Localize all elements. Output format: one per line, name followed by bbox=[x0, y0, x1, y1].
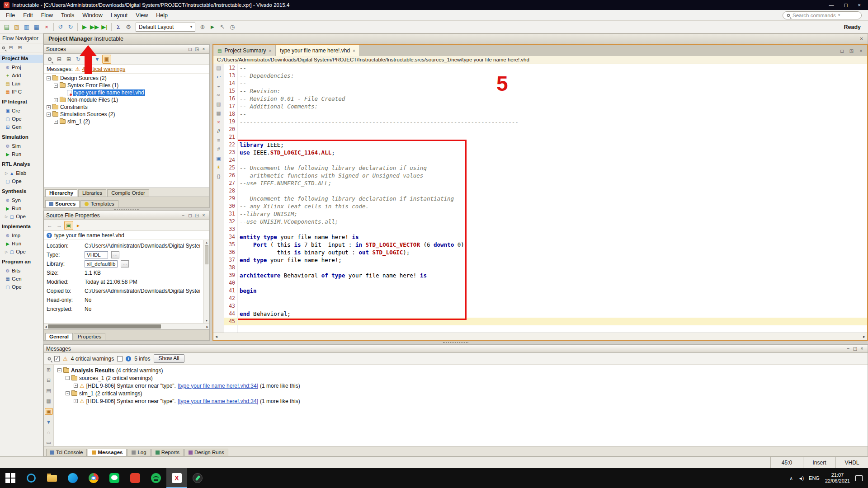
code-line[interactable]: architecture Behavioral of type your fil… bbox=[238, 272, 867, 279]
expander-icon[interactable]: + bbox=[54, 98, 58, 102]
save-icon[interactable]: ▦ bbox=[32, 22, 42, 32]
bulb-icon[interactable]: ☀ bbox=[217, 165, 221, 170]
scrollbar-thumb[interactable] bbox=[48, 324, 161, 328]
flownav-generate-bitstream[interactable]: ▦Gen bbox=[0, 275, 43, 283]
properties-view-icon[interactable]: ▣ bbox=[64, 221, 73, 230]
language-indicator[interactable]: ENG bbox=[809, 475, 820, 481]
notifications-icon[interactable] bbox=[855, 475, 863, 481]
redo-icon[interactable]: ↻ bbox=[66, 22, 75, 32]
expander-icon[interactable]: ▷ bbox=[5, 250, 8, 254]
braces-icon[interactable]: {} bbox=[217, 174, 220, 179]
tab-properties[interactable]: Properties bbox=[74, 333, 105, 340]
code-line[interactable]: ----------------------------------------… bbox=[238, 118, 867, 126]
clock-icon[interactable]: ◷ bbox=[227, 22, 237, 32]
flownav-create-block-design[interactable]: ▣Cre bbox=[0, 107, 43, 115]
chevron-up-icon[interactable]: ∧ bbox=[790, 476, 793, 481]
dart-icon[interactable]: ► bbox=[208, 22, 217, 32]
flownav-section-ip-integrat[interactable]: IP Integrat bbox=[0, 98, 43, 107]
code-line[interactable]: library IEEE; bbox=[238, 141, 867, 149]
flownav-generate-block-design[interactable]: ⊞Gen bbox=[0, 123, 43, 131]
close-icon[interactable]: × bbox=[858, 47, 864, 54]
expander-icon[interactable]: − bbox=[47, 113, 51, 117]
code-line[interactable]: -- any Xilinx leaf cells in this code. bbox=[238, 202, 867, 210]
tree-item-label[interactable]: Syntax Error Files (1) bbox=[67, 82, 118, 89]
expander-icon[interactable]: − bbox=[54, 84, 58, 88]
flownav-section-rtl-analys[interactable]: RTL Analys bbox=[0, 160, 43, 169]
code-line[interactable] bbox=[238, 156, 867, 164]
edit-properties-icon[interactable]: ▸ bbox=[74, 221, 83, 230]
copy-icon[interactable]: ▤ bbox=[45, 387, 53, 394]
flownav-language-templates[interactable]: ▤Lan bbox=[0, 80, 43, 88]
tab-log[interactable]: Log bbox=[127, 449, 150, 456]
tree-item-label[interactable]: Constraints bbox=[60, 104, 88, 110]
expander-icon[interactable]: + bbox=[74, 384, 78, 388]
flownav-open-block-design[interactable]: ▢Ope bbox=[0, 115, 43, 123]
tree-item[interactable]: +Non-module Files (1) bbox=[44, 96, 209, 103]
settings-icon[interactable]: ⚙ bbox=[123, 22, 133, 32]
run-all-icon[interactable]: ▶▶ bbox=[90, 22, 99, 32]
code-line[interactable] bbox=[238, 225, 867, 233]
horizontal-scrollbar[interactable]: ◂ ▸ bbox=[44, 323, 209, 329]
expander-icon[interactable]: − bbox=[57, 368, 61, 372]
flownav-open-implemented-design[interactable]: ▷▢Ope bbox=[0, 248, 43, 256]
menu-help[interactable]: Help bbox=[152, 11, 172, 20]
message-row[interactable]: +⚠[HDL 9-806] Syntax error near "type". … bbox=[55, 397, 867, 405]
message-row[interactable]: −Analysis Results (4 critical warnings) bbox=[55, 366, 867, 374]
code-line[interactable] bbox=[238, 318, 867, 325]
save-icon[interactable]: ▦ bbox=[45, 398, 53, 404]
code-line[interactable]: -- Additional Comments: bbox=[238, 103, 867, 110]
typeinput[interactable]: VHDL bbox=[85, 251, 108, 258]
editor-tab-project-summary[interactable]: ▤Project Summary× bbox=[213, 45, 276, 56]
clock[interactable]: 21:07 22/06/2021 bbox=[825, 472, 850, 484]
minimize-icon[interactable]: − bbox=[180, 46, 187, 52]
tree-item-label[interactable]: Design Sources (2) bbox=[60, 75, 107, 81]
tree-item[interactable]: −Simulation Sources (2) bbox=[44, 111, 209, 118]
sum-icon[interactable]: Σ bbox=[113, 22, 123, 32]
taskbar-vivado[interactable]: X bbox=[166, 468, 187, 488]
code-line[interactable]: begin bbox=[238, 287, 867, 295]
message-row[interactable]: +⚠[HDL 9-806] Syntax error near "type". … bbox=[55, 382, 867, 389]
file-icon[interactable]: ▤ bbox=[216, 66, 221, 70]
maximize-icon[interactable]: ◳ bbox=[193, 212, 200, 219]
comment-icon[interactable]: ◒ bbox=[217, 84, 220, 89]
find-icon[interactable]: # bbox=[217, 147, 220, 152]
ellipsis-button[interactable]: … bbox=[121, 260, 129, 267]
code-line[interactable]: -- arithmetic functions with Signed or U… bbox=[238, 172, 867, 179]
code-line[interactable] bbox=[238, 126, 867, 133]
filter-warnings-icon[interactable]: ▣ bbox=[45, 408, 53, 415]
code-line[interactable]: --library UNISIM; bbox=[238, 210, 867, 218]
taskbar-line[interactable] bbox=[104, 468, 125, 488]
code-line[interactable] bbox=[238, 295, 867, 302]
block-icon[interactable]: ▣ bbox=[216, 156, 221, 161]
scroll-left-icon[interactable]: ◂ bbox=[215, 334, 217, 339]
run-icon[interactable]: ▶ bbox=[80, 22, 90, 32]
vertical-scrollbar[interactable]: ▴ ▾ bbox=[203, 240, 209, 323]
flownav-section-project-ma[interactable]: Project Ma bbox=[0, 55, 43, 63]
undo-icon[interactable]: ↺ bbox=[56, 22, 66, 32]
expander-icon[interactable]: + bbox=[47, 105, 51, 109]
back-icon[interactable]: ← bbox=[45, 221, 54, 230]
tree-item[interactable]: type your file name here!.vhd bbox=[44, 89, 209, 96]
code-line[interactable]: -- Revision: bbox=[238, 87, 867, 95]
expander-icon[interactable]: + bbox=[54, 120, 58, 124]
menu-file[interactable]: File bbox=[2, 11, 19, 20]
link-icon[interactable]: ∞ bbox=[217, 93, 221, 98]
tab-libraries[interactable]: Libraries bbox=[78, 189, 106, 197]
tree-item[interactable]: +Constraints bbox=[44, 103, 209, 111]
code-line[interactable] bbox=[238, 264, 867, 272]
tab-reports[interactable]: Reports bbox=[151, 449, 184, 456]
code-line[interactable]: -- Uncomment the following library decla… bbox=[238, 195, 867, 202]
collapse-all-icon[interactable]: ⊟ bbox=[45, 377, 53, 384]
clear-icon[interactable]: ◌ bbox=[45, 429, 53, 436]
layout-selector[interactable]: Default Layout ▾ bbox=[136, 23, 195, 32]
close-icon[interactable]: × bbox=[859, 346, 865, 352]
tab-templates[interactable]: Templates bbox=[80, 200, 118, 207]
funnel-icon[interactable]: ▼ bbox=[45, 418, 53, 425]
code-line[interactable]: --use UNISIM.VComponents.all; bbox=[238, 218, 867, 225]
close-icon[interactable]: × bbox=[200, 46, 207, 52]
expander-icon[interactable]: − bbox=[66, 376, 70, 380]
taskbar-chrome[interactable] bbox=[83, 468, 104, 488]
flownav-section-program-an[interactable]: Program an bbox=[0, 258, 43, 267]
float-icon[interactable]: ◻ bbox=[187, 46, 193, 52]
delete-icon[interactable]: × bbox=[217, 120, 220, 125]
